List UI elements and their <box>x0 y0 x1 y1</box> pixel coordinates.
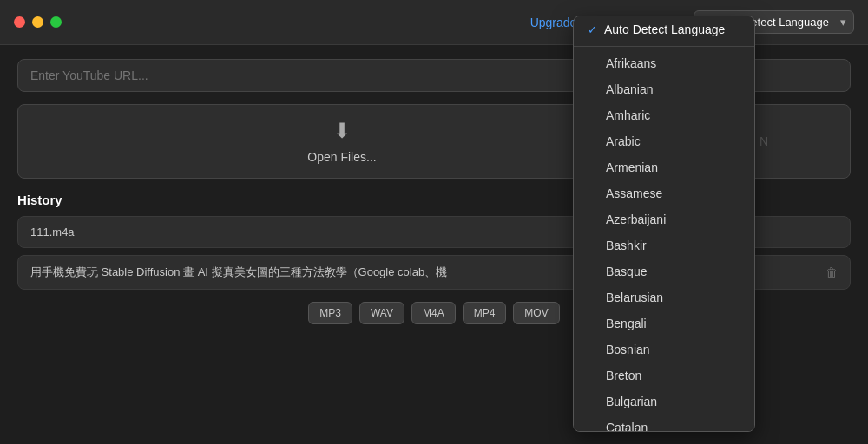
language-option-label: Azerbaijani <box>606 212 666 226</box>
language-option-azerbaijani[interactable]: Azerbaijani <box>574 206 754 232</box>
language-option-basque[interactable]: Basque <box>574 258 754 284</box>
language-option-label: Catalan <box>606 421 648 432</box>
language-option-albanian[interactable]: Albanian <box>574 76 754 102</box>
language-option-arabic[interactable]: Arabic <box>574 128 754 154</box>
language-option-label: Belarusian <box>606 291 663 304</box>
language-option-afrikaans[interactable]: Afrikaans <box>574 50 754 76</box>
language-option-bengali[interactable]: Bengali <box>574 310 754 336</box>
open-files-label: Open Files... <box>307 150 376 164</box>
history-item-text: 111.m4a <box>30 225 75 238</box>
dropdown-divider <box>574 46 754 47</box>
language-option-label: Arabic <box>606 134 641 148</box>
format-m4a-button[interactable]: M4A <box>411 302 456 324</box>
language-dropdown-overlay: Auto Detect Language Afrikaans Albanian … <box>573 16 755 432</box>
language-option-armenian[interactable]: Armenian <box>574 154 754 180</box>
minimize-button[interactable] <box>32 16 43 28</box>
language-option-label: Bengali <box>606 317 647 330</box>
open-files-button[interactable]: ⬇ Open Files... <box>17 104 667 179</box>
format-mov-button[interactable]: MOV <box>513 302 559 324</box>
language-option-bosnian[interactable]: Bosnian <box>574 336 754 362</box>
right-panel-label: N <box>760 134 768 148</box>
language-option-label: Assamese <box>606 186 662 200</box>
language-option-label: Armenian <box>606 160 658 174</box>
language-option-bashkir[interactable]: Bashkir <box>574 232 754 258</box>
language-option-label: Auto Detect Language <box>604 23 725 36</box>
language-option-label: Bulgarian <box>606 395 657 408</box>
language-option-auto-detect[interactable]: Auto Detect Language <box>574 16 754 42</box>
language-option-amharic[interactable]: Amharic <box>574 102 754 128</box>
language-option-bulgarian[interactable]: Bulgarian <box>574 388 754 415</box>
close-button[interactable] <box>14 16 25 28</box>
language-option-breton[interactable]: Breton <box>574 362 754 388</box>
maximize-button[interactable] <box>50 16 62 28</box>
language-option-label: Albanian <box>606 82 654 96</box>
format-mp3-button[interactable]: MP3 <box>308 302 352 324</box>
language-option-assamese[interactable]: Assamese <box>574 180 754 206</box>
format-wav-button[interactable]: WAV <box>359 302 404 324</box>
history-item-text: 用手機免費玩 Stable Diffusion 畫 AI 擬真美女圖的三種方法教… <box>30 264 447 280</box>
language-option-label: Bosnian <box>606 343 650 356</box>
language-option-label: Breton <box>606 369 641 382</box>
language-option-label: Basque <box>606 264 647 278</box>
traffic-lights <box>14 16 62 28</box>
language-option-catalan[interactable]: Catalan <box>574 415 754 432</box>
language-option-label: Bashkir <box>606 238 647 252</box>
language-option-label: Afrikaans <box>606 56 656 70</box>
language-option-belarusian[interactable]: Belarusian <box>574 284 754 310</box>
format-mp4-button[interactable]: MP4 <box>463 302 507 324</box>
language-option-label: Amharic <box>606 108 650 122</box>
delete-icon[interactable]: 🗑 <box>825 265 838 279</box>
file-download-icon: ⬇ <box>333 119 351 143</box>
